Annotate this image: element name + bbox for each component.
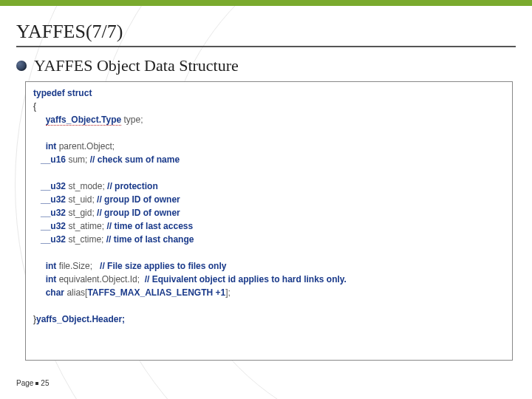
- code-var: alias[: [66, 287, 87, 298]
- page-label: Page: [16, 379, 33, 387]
- slide-title-container: YAFFES(7/7): [16, 21, 516, 47]
- bullet-icon: [16, 61, 27, 71]
- section-heading: YAFFES Object Data Structure: [34, 56, 239, 75]
- code-keyword: int: [46, 141, 57, 151]
- section-heading-row: YAFFES Object Data Structure: [16, 56, 516, 75]
- code-var: parent.Object;: [59, 141, 115, 151]
- code-var: file.Size;: [59, 261, 92, 271]
- code-comment: // Equivalent object id applies to hard …: [145, 274, 347, 284]
- code-var: st_mode;: [68, 181, 104, 191]
- code-block: typedef struct { yaffs_Object.Type type;…: [25, 81, 513, 361]
- code-keyword: char: [46, 287, 64, 298]
- code-comment: // protection: [107, 181, 158, 191]
- code-comment: // group ID of owner: [97, 194, 180, 205]
- code-typedef-name: yaffs_Object.Header;: [36, 314, 125, 324]
- code-var: sum;: [68, 154, 87, 165]
- code-keyword: int: [46, 274, 57, 284]
- code-comment: // time of last access: [106, 221, 193, 231]
- page-footer: Page25: [16, 379, 49, 387]
- slide-title: YAFFES(7/7): [16, 21, 516, 43]
- code-comment: // group ID of owner: [97, 208, 180, 218]
- code-var: st_atime;: [68, 221, 104, 231]
- code-var: type;: [124, 115, 143, 125]
- code-var: st_ctime;: [68, 234, 103, 245]
- code-keyword: struct: [67, 88, 92, 98]
- code-comment: // check sum of name: [90, 154, 180, 165]
- code-type: __u32: [41, 208, 66, 218]
- code-brace: {: [33, 101, 36, 112]
- code-var: st_uid;: [68, 194, 94, 205]
- code-keyword: int: [46, 261, 57, 271]
- code-type: __u32: [41, 194, 66, 205]
- page-separator-icon: [35, 382, 38, 385]
- code-type: __u32: [41, 221, 66, 231]
- page-number: 25: [41, 379, 49, 387]
- code-type: yaffs_Object.Type: [46, 115, 121, 126]
- code-close: ];: [225, 287, 231, 298]
- code-var: equivalent.Object.Id;: [59, 274, 140, 284]
- code-macro: TAFFS_MAX_ALIAS_LENGTH +1: [87, 287, 225, 298]
- code-var: st_gid;: [68, 208, 94, 218]
- code-type: __u32: [41, 234, 66, 245]
- code-keyword: typedef: [33, 88, 65, 98]
- code-comment: // File size applies to files only: [100, 261, 226, 271]
- top-accent-bar: [0, 0, 532, 6]
- code-type: __u32: [41, 181, 66, 191]
- code-comment: // time of last change: [106, 234, 194, 245]
- code-type: __u16: [41, 154, 66, 165]
